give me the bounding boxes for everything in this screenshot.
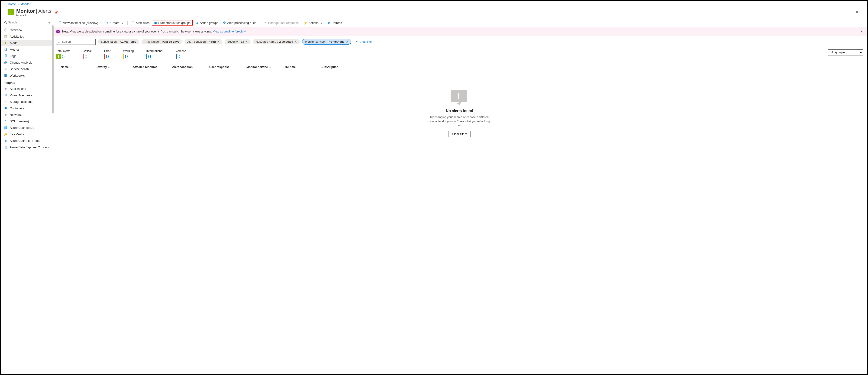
sidebar-search-input[interactable] bbox=[3, 20, 47, 25]
nav-label: Key Vaults bbox=[10, 132, 24, 136]
alerts-icon: ! bbox=[56, 54, 61, 59]
sidebar-item-service-health[interactable]: ♡Service health bbox=[1, 66, 52, 72]
info-banner: ✦ New: View alerts visualized on a timel… bbox=[52, 27, 867, 36]
summary-critical[interactable]: Critical 0 bbox=[83, 50, 91, 60]
filter-monitor-service[interactable]: Monitor service : Prometheus ✕ bbox=[302, 39, 351, 44]
column-alert-condition[interactable]: Alert condition ↑↓ bbox=[172, 65, 209, 69]
table-header: Name ↑↓Severity ↑↓Affected resource ↑↓Al… bbox=[52, 63, 867, 71]
filter-time-range[interactable]: Time range : Past 30 days bbox=[142, 39, 182, 44]
actions-dropdown[interactable]: ⚡Actions bbox=[301, 20, 325, 26]
nav-label: SQL (preview) bbox=[10, 120, 29, 123]
nav-label: Service health bbox=[10, 67, 29, 71]
nav-icon: 📊 bbox=[4, 48, 7, 51]
add-filter-button[interactable]: ⁺▽Add filter bbox=[353, 39, 374, 45]
column-fire-time[interactable]: Fire time ↑↓ bbox=[283, 65, 321, 69]
sidebar-item-logs[interactable]: 🗄Logs bbox=[1, 53, 52, 59]
sort-icon: ↑↓ bbox=[70, 66, 72, 68]
filter-alert-condition[interactable]: Alert condition : Fired ✕ bbox=[184, 39, 222, 44]
nav-label: Alerts bbox=[10, 41, 18, 45]
nav-label: Networks bbox=[10, 113, 22, 117]
nav-label: Azure Data Explorer Clusters bbox=[10, 146, 49, 149]
sidebar-item-azure-cosmos-db[interactable]: 🌐Azure Cosmos DB bbox=[1, 124, 52, 131]
sidebar-item-azure-data-explorer-clusters[interactable]: ◫Azure Data Explorer Clusters bbox=[1, 144, 52, 150]
sidebar-item-overview[interactable]: 🕑Overview bbox=[1, 27, 52, 33]
more-icon[interactable]: ⋯ bbox=[61, 11, 64, 14]
empty-text: Try changing your search or choose a dif… bbox=[430, 115, 490, 128]
remove-filter-icon[interactable]: ✕ bbox=[246, 40, 248, 43]
sidebar-item-change-analysis[interactable]: 🧬Change Analysis bbox=[1, 59, 52, 66]
remove-filter-icon[interactable]: ✕ bbox=[346, 40, 348, 43]
column-user-response[interactable]: User response ↑↓ bbox=[209, 65, 246, 69]
nav-label: Virtual Machines bbox=[10, 94, 32, 97]
processing-rules-button[interactable]: ⚙Alert processing rules bbox=[221, 20, 259, 26]
sidebar-item-applications[interactable]: ◈Applications bbox=[1, 85, 52, 92]
sidebar-item-virtual-machines[interactable]: 🖥Virtual Machines bbox=[1, 92, 52, 98]
remove-filter-icon[interactable]: ✕ bbox=[217, 40, 219, 43]
summary-error[interactable]: Error 0 bbox=[104, 50, 111, 60]
column-monitor-service[interactable]: Monitor service ↑↓ bbox=[246, 65, 283, 69]
sidebar-item-azure-cache-for-redis[interactable]: ◍Azure Cache for Redis bbox=[1, 137, 52, 144]
column-subscription[interactable]: Subscription ↑↓ bbox=[321, 65, 863, 69]
filter-subscription[interactable]: Subscription : ACME Telco bbox=[98, 39, 139, 44]
banner-link[interactable]: View as timeline (preview) bbox=[213, 30, 246, 33]
nav-label: Storage accounts bbox=[10, 100, 33, 103]
nav-label: Activity log bbox=[10, 35, 24, 38]
breadcrumb-monitor[interactable]: Monitor bbox=[21, 2, 30, 6]
pin-icon[interactable]: 📌 bbox=[55, 11, 58, 14]
sidebar-section-insights: Insights bbox=[1, 79, 52, 85]
prometheus-rule-groups-button[interactable]: ◉Prometheus rule groups bbox=[152, 20, 193, 26]
sidebar-item-containers[interactable]: ⬢Containers bbox=[1, 105, 52, 112]
view-timeline-button[interactable]: 🗓View as timeline (preview) bbox=[56, 20, 100, 26]
clear-filters-button[interactable]: Clear filters bbox=[448, 131, 471, 137]
nav-icon: 🌐 bbox=[4, 126, 7, 129]
alerts-search-input[interactable] bbox=[56, 39, 96, 45]
refresh-button[interactable]: ↻Refresh bbox=[325, 20, 345, 26]
nav-icon: ≡ bbox=[4, 100, 7, 103]
sidebar-item-workbooks[interactable]: 📘Workbooks bbox=[1, 72, 52, 79]
sidebar-item-networks[interactable]: ◈Networks bbox=[1, 112, 52, 118]
collapse-sidebar-icon[interactable]: « bbox=[48, 21, 50, 24]
sidebar-item-key-vaults[interactable]: 🔑Key Vaults bbox=[1, 131, 52, 137]
nav-label: Metrics bbox=[10, 48, 20, 51]
nav-icon: 🖥 bbox=[4, 93, 7, 97]
banner-close-icon[interactable]: ✕ bbox=[860, 30, 863, 33]
column-name[interactable]: Name ↑↓ bbox=[56, 65, 96, 69]
column-affected-resource[interactable]: Affected resource ↑↓ bbox=[133, 65, 172, 69]
filter-severity[interactable]: Severity : all ✕ bbox=[225, 39, 251, 44]
summary-total[interactable]: Total alerts !0 bbox=[56, 50, 70, 60]
close-icon[interactable]: ✕ bbox=[854, 10, 860, 15]
prometheus-icon: ◉ bbox=[154, 21, 157, 25]
nav-label: Overview bbox=[10, 28, 22, 32]
filter-resource-name[interactable]: Resource name : 2 selected ✕ bbox=[253, 39, 300, 44]
summary-verbose[interactable]: Verbose 0 bbox=[176, 50, 186, 60]
column-severity[interactable]: Severity ↑↓ bbox=[96, 65, 133, 69]
breadcrumb-home[interactable]: Home bbox=[8, 2, 16, 6]
sidebar-item-storage-accounts[interactable]: ≡Storage accounts bbox=[1, 98, 52, 105]
sidebar-scrollbar[interactable] bbox=[52, 25, 54, 114]
sidebar-item-sql-preview-[interactable]: 🛢SQL (preview) bbox=[1, 118, 52, 124]
sidebar-item-metrics[interactable]: 📊Metrics bbox=[1, 46, 52, 53]
no-alerts-icon: ! bbox=[451, 90, 469, 106]
summary-informational[interactable]: Informational 0 bbox=[146, 50, 163, 60]
remove-filter-icon[interactable]: ✕ bbox=[295, 40, 297, 43]
nav-label: Containers bbox=[10, 106, 24, 110]
action-groups-button[interactable]: 🗂Action groups bbox=[193, 20, 221, 26]
filter-icon: ⁺▽ bbox=[356, 40, 360, 43]
sparkle-icon: ✦ bbox=[56, 30, 60, 33]
sidebar-item-alerts[interactable]: ▮Alerts bbox=[1, 40, 52, 46]
empty-title: No alerts found bbox=[446, 109, 473, 113]
summary-warning[interactable]: Warning 0 bbox=[123, 50, 134, 60]
nav-label: Azure Cosmos DB bbox=[10, 126, 35, 129]
nav-icon: ◈ bbox=[4, 113, 7, 117]
plus-icon: ＋ bbox=[106, 21, 109, 25]
alert-rules-button[interactable]: 🗒Alert rules bbox=[129, 20, 152, 26]
sidebar-item-activity-log[interactable]: 📋Activity log bbox=[1, 33, 52, 40]
page-subtitle: Alerts bbox=[38, 8, 51, 14]
sort-icon: ↑↓ bbox=[230, 66, 233, 68]
create-button[interactable]: ＋Create bbox=[103, 20, 126, 26]
nav-icon: ⬢ bbox=[4, 106, 7, 110]
nav-icon: 🗄 bbox=[4, 54, 7, 58]
nav-label: Azure Cache for Redis bbox=[10, 139, 40, 143]
grouping-select[interactable]: No grouping bbox=[828, 50, 863, 56]
nav-icon: ◍ bbox=[4, 139, 7, 143]
